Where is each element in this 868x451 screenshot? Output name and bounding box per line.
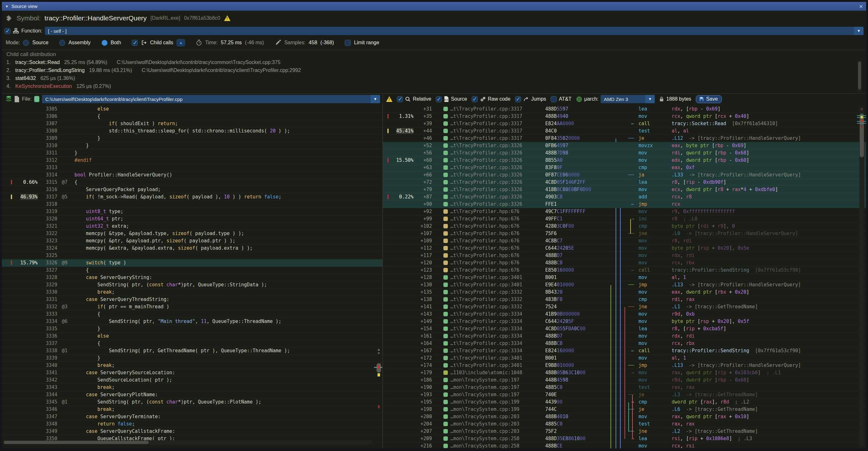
source-line[interactable]: 3341case ServerQuerySourceLocation: xyxy=(2,369,382,377)
child-call-row[interactable]: 3.stat64i32625 μs (1.36%) xyxy=(6,76,862,84)
function-select[interactable]: [ - self - ] ▼ xyxy=(45,27,864,35)
asm-row[interactable]: +174…t\TracyProfiler.cpp:3401E9B8010000─… xyxy=(383,362,866,369)
asm-row[interactable]: +120…t\TracyProfiler.hpp:676488BCBmovrcx… xyxy=(383,259,866,267)
source-line[interactable]: 3325 xyxy=(2,252,382,259)
source-line[interactable]: 46.93%3317@5if( !m_sock->Read( &payload,… xyxy=(2,193,382,201)
asm-row[interactable]: 45.41%+44…t\TracyProfiler.cpp:331784C0te… xyxy=(383,127,866,135)
asm-row[interactable]: +143…t\TracyProfiler.cpp:333441B90B00000… xyxy=(383,310,866,318)
radio-assembly[interactable] xyxy=(59,40,65,46)
asm-row[interactable]: 15.50%+60…t\TracyProfiler.cpp:33268B55A0… xyxy=(383,157,866,164)
asm-row[interactable]: +164…t\TracyProfiler.cpp:3334488BCBmovrc… xyxy=(383,340,866,347)
asm-row[interactable]: +204…mon\TracySystem.cpp:2034885C0testra… xyxy=(383,420,866,428)
relative-checkbox[interactable] xyxy=(397,96,403,102)
radio-source[interactable] xyxy=(23,40,29,46)
child-call-row[interactable]: 2.tracy::Profiler::SendLongString19.88 m… xyxy=(6,67,862,76)
source-line[interactable]: 3348return false; xyxy=(2,420,382,428)
source-line[interactable]: 3314bool Profiler::HandleServerQuery() xyxy=(2,171,382,179)
source-line[interactable]: 3331case ServerQueryThreadString: xyxy=(2,296,382,303)
source-line[interactable]: 3306{ xyxy=(2,113,382,120)
function-checkbox[interactable] xyxy=(4,28,10,34)
asm-row[interactable]: +186…mon\TracySystem.cpp:197448B4598movr… xyxy=(383,377,866,384)
asm-row[interactable]: +102…t\TracyProfiler.hpp:67642803C0F00cm… xyxy=(383,222,866,230)
asm-row[interactable]: +128…t\TracyProfiler.cpp:3401B001moval, … xyxy=(383,274,866,281)
source-line[interactable]: 0.66%3315@7{ xyxy=(2,179,382,186)
source-line[interactable]: 3323memcpy( &ptr, &payload.ptr, sizeof( … xyxy=(2,237,382,245)
source-line[interactable]: 3313 xyxy=(2,164,382,171)
asm-row[interactable]: +130…t\TracyProfiler.cpp:3401E9E4010000─… xyxy=(383,281,866,289)
asm-row[interactable]: +190…mon\TracySystem.cpp:1974885C0testra… xyxy=(383,384,866,391)
asm-row[interactable]: +172…t\TracyProfiler.cpp:3401B001moval, … xyxy=(383,355,866,362)
source-vscrollbar[interactable] xyxy=(376,104,381,439)
asm-row[interactable]: +66…t\TracyProfiler.cpp:33260F87CE060000… xyxy=(383,171,866,179)
source-line[interactable]: 3311} xyxy=(2,149,382,157)
source-line[interactable]: 3320uint64_t ptr; xyxy=(2,215,382,222)
source-line[interactable]: 3327{ xyxy=(2,267,382,274)
asm-row[interactable]: 1.31%+35…t\TracyProfiler.cpp:3317488B494… xyxy=(383,113,866,120)
asm-row[interactable]: +195…mon\TracySystem.cpp:199443900→cmpdw… xyxy=(383,398,866,406)
source-line[interactable]: 15.79%3326@9switch( type ) xyxy=(2,259,382,267)
asm-row[interactable]: +200…mon\TracySystem.cpp:203488B4010movr… xyxy=(383,413,866,420)
source-line[interactable]: 3335} xyxy=(2,325,382,332)
asm-row[interactable]: +141…t\TracyProfiler.cpp:33327524──jne.L… xyxy=(383,303,866,310)
asm-row[interactable]: +167…t\TracyProfiler.cpp:3334E824160000←… xyxy=(383,347,866,355)
asm-row[interactable]: +72…t\TracyProfiler.cpp:33264C8D05F146F2… xyxy=(383,179,866,186)
source-checkbox[interactable] xyxy=(436,96,442,102)
asm-row[interactable]: 0.22%+87…t\TracyProfiler.cpp:33264903C8a… xyxy=(383,193,866,201)
source-line[interactable]: 3308std::this_thread::sleep_for( std::ch… xyxy=(2,127,382,135)
att-checkbox[interactable] xyxy=(551,96,557,102)
source-line[interactable]: 3321uint32_t extra; xyxy=(2,222,382,230)
source-line[interactable]: 3318 xyxy=(2,201,382,208)
source-line[interactable]: 3312#endif xyxy=(2,157,382,164)
source-line[interactable]: 3307if( shouldExit ) return; xyxy=(2,120,382,127)
asm-row[interactable]: +135…t\TracyProfiler.cpp:33328B4320movea… xyxy=(383,289,866,296)
limit-range-checkbox[interactable] xyxy=(345,40,351,46)
asm-row[interactable]: +52…t\TracyProfiler.cpp:33260FB64597movz… xyxy=(383,142,866,149)
asm-row[interactable]: +90…t\TracyProfiler.cpp:3326FFE1←jmprcx xyxy=(383,201,866,208)
collapse-icon[interactable]: ▼ xyxy=(5,4,9,8)
asm-row[interactable]: +193…mon\TracySystem.cpp:197740E──je.L3 … xyxy=(383,391,866,398)
source-line[interactable]: 3330break; xyxy=(2,289,382,296)
raw-code-checkbox[interactable] xyxy=(472,96,478,102)
asm-row[interactable]: +31…t\TracyProfiler.cpp:3317488D5597lear… xyxy=(383,106,866,113)
march-select[interactable]: AMD Zen 3 ▼ xyxy=(601,95,655,103)
asm-row[interactable]: +92…t\TracyProfiler.hpp:67649C7C1FFFFFFF… xyxy=(383,208,866,215)
asm-row[interactable]: +198…mon\TracySystem.cpp:199744C──je.L6 … xyxy=(383,406,866,413)
source-line[interactable]: 3339} xyxy=(2,355,382,362)
child-call-scrollbar[interactable] xyxy=(858,60,862,92)
source-line[interactable]: 3343break; xyxy=(2,384,382,391)
asm-row[interactable]: +123…t\TracyProfiler.hpp:676E850160000←c… xyxy=(383,267,866,274)
source-line[interactable]: 3310} xyxy=(2,142,382,149)
source-line[interactable]: 3349case ServerQueryCallstackFrame: xyxy=(2,428,382,435)
asm-row[interactable]: +46…t\TracyProfiler.cpp:33170F8435020000… xyxy=(383,135,866,142)
close-icon[interactable]: × xyxy=(859,3,863,9)
asm-row[interactable]: +99…t\TracyProfiler.hpp:67649FFC1→incr9 … xyxy=(383,215,866,222)
source-line[interactable]: 3337{ xyxy=(2,340,382,347)
source-line[interactable]: 3345@1SendString( ptr, (const char*)ptr,… xyxy=(2,398,382,406)
asm-row[interactable]: +138…t\TracyProfiler.cpp:3332483BF8cmprd… xyxy=(383,296,866,303)
asm-row[interactable]: +56…t\TracyProfiler.cpp:3326488B7D98movr… xyxy=(383,149,866,157)
asm-row[interactable]: +179…1103\include\atomic:1048488B05B63C1… xyxy=(383,369,866,377)
asm-row[interactable]: +112…t\TracyProfiler.hpp:676C64424205Emo… xyxy=(383,245,866,252)
asm-row[interactable]: +154…t\TracyProfiler.cpp:33344C8D055FBA0… xyxy=(383,325,866,332)
source-line[interactable]: 3319uint8_t type; xyxy=(2,208,382,215)
file-select[interactable]: C:\Users\wolf\Desktop\darkrl\contrib\tra… xyxy=(42,95,380,103)
asm-row[interactable]: +117…t\TracyProfiler.hpp:676488BD7movrdx… xyxy=(383,252,866,259)
source-line[interactable]: 3324memcpy( &extra, &payload.extra, size… xyxy=(2,245,382,252)
source-line[interactable]: 3333{ xyxy=(2,310,382,318)
source-hscrollbar[interactable] xyxy=(3,440,373,445)
source-line[interactable]: 3340break; xyxy=(2,362,382,369)
radio-both[interactable] xyxy=(101,40,107,46)
source-line[interactable]: 3329SendString( ptr, (const char*)ptr, Q… xyxy=(2,281,382,289)
asm-row[interactable]: +161…t\TracyProfiler.cpp:3334488BD7movrd… xyxy=(383,332,866,340)
child-call-row[interactable]: 4.KeSynchronizeExecution125 μs (0.27%) xyxy=(6,84,862,91)
source-line[interactable]: 3347case ServerQueryTerminate: xyxy=(2,413,382,420)
source-line[interactable]: 3338@1SendString( ptr, GetThreadName( pt… xyxy=(2,347,382,355)
asm-row[interactable]: +216…mon\TracySystem.cpp:258488BCEmovrcx… xyxy=(383,442,866,448)
child-call-row[interactable]: 1.tracy::Socket::Read25.25 ms (54.89%)C:… xyxy=(6,60,862,67)
asm-row[interactable]: +107…t\TracyProfiler.hpp:67675F6──jne.L0… xyxy=(383,230,866,237)
source-line[interactable]: 3328case ServerQueryString: xyxy=(2,274,382,281)
source-line[interactable]: 3344case ServerQueryPlotName: xyxy=(2,391,382,398)
asm-row[interactable]: +39…t\TracyProfiler.cpp:3317E824AA0000←c… xyxy=(383,120,866,127)
source-line[interactable]: 3332@3if( ptr == m_mainThread ) xyxy=(2,303,382,310)
asm-row[interactable]: +209…mon\TracySystem.cpp:258488D35E88610… xyxy=(383,435,866,442)
